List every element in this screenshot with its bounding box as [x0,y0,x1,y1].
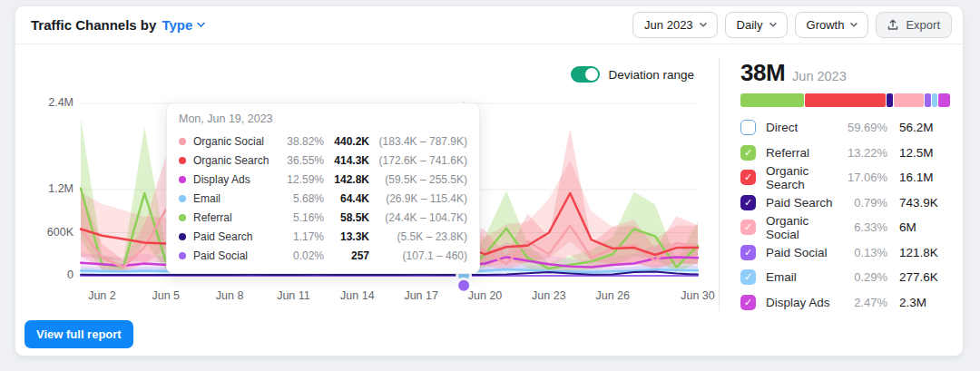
legend-row-direct[interactable]: Direct59.69%56.2M [740,115,950,141]
x-tick-label: Jun 5 [139,289,193,302]
x-tick-label: Jun 17 [394,289,448,302]
tooltip-series-pct: 5.16% [284,211,324,224]
bar-segment-referral [740,93,804,107]
legend-channel-pct: 17.06% [840,171,887,184]
x-tick-label: Jun 23 [522,289,576,302]
y-tick-label: 0 [32,268,74,281]
legend-row-email[interactable]: ✓Email0.29%277.6K [740,265,950,290]
legend-row-paid-search[interactable]: ✓Paid Search0.79%743.9K [740,190,950,216]
x-tick-label: Jun 8 [202,289,257,302]
tooltip-date: Mon, Jun 19, 2023 [179,112,467,125]
y-tick-label: 600K [32,226,74,239]
legend-channel-pct: 0.13% [840,246,887,259]
deviation-range-toggle[interactable]: Deviation range [571,66,694,83]
legend-channel-pct: 6.33% [840,220,887,234]
panel-divider [719,57,720,311]
tooltip-series-name: Display Ads [193,173,284,186]
legend-channel-name: Organic Search [766,164,840,191]
legend-row-organic-social[interactable]: ✓Organic Social6.33%6M [740,215,950,240]
legend-channel-name: Paid Social [766,246,840,259]
filter-growth[interactable]: Growth [795,12,869,38]
view-full-report-button[interactable]: View full report [24,320,133,348]
chevron-down-icon [197,19,206,28]
tooltip-series-value: 440.2K [324,135,369,148]
tooltip-series-range: (59.5K – 255.5K) [369,173,467,186]
legend-channel-pct: 13.22% [840,146,887,160]
toggle-knob [585,68,598,81]
legend-channel-value: 277.6K [899,270,950,284]
tooltip-series-pct: 38.82% [284,135,324,148]
legend-channel-pct: 59.69% [840,121,887,134]
checkbox-checked-icon[interactable]: ✓ [740,245,756,260]
checkbox-checked-icon[interactable]: ✓ [740,170,756,185]
total-value: 38M [740,59,785,87]
bar-segment-paid-search [887,93,892,107]
legend-channel-name: Display Ads [766,296,840,309]
legend-row-paid-social[interactable]: ✓Paid Social0.13%121.8K [740,240,950,266]
legend-channel-name: Direct [766,121,840,134]
filter-jun-2023[interactable]: Jun 2023 [632,12,718,38]
type-dropdown-label: Type [162,17,192,33]
legend-channel-value: 743.9K [899,196,950,210]
title-text: Traffic Channels by [31,17,156,33]
legend-channel-name: Paid Search [766,196,840,210]
bar-segment-display-ads [938,93,950,107]
tooltip-series-range: (107.1 – 460) [369,249,467,262]
filter-label: Growth [807,18,845,32]
widget-title: Traffic Channels by Type [31,17,204,33]
tooltip-series-pct: 12.59% [284,173,324,186]
tooltip-series-name: Paid Search [193,230,284,243]
legend-row-referral[interactable]: ✓Referral13.22%12.5M [740,141,950,166]
tooltip-series-name: Referral [193,211,284,224]
series-dot-icon [179,233,186,240]
export-button[interactable]: Export [876,12,952,38]
legend-channel-value: 121.8K [899,246,950,259]
legend-channel-value: 12.5M [899,146,950,160]
series-dot-icon [179,214,186,221]
bar-segment-organic-social [894,93,924,107]
tooltip-row-organic-search: Organic Search36.55%414.3K(172.6K – 741.… [179,151,467,170]
tooltip-series-range: (172.6K – 741.6K) [369,154,467,167]
tooltip-series-pct: 36.55% [284,154,324,167]
x-tick-label: Jun 14 [330,289,385,302]
tooltip-series-value: 64.4K [324,192,369,205]
tooltip-series-range: (5.5K – 23.8K) [369,230,467,243]
filter-label: Daily [737,18,763,32]
series-dot-icon [179,157,186,164]
checkbox-checked-icon[interactable]: ✓ [740,195,756,210]
checkbox-checked-icon[interactable]: ✓ [740,295,756,310]
chart-tooltip: Mon, Jun 19, 2023 Organic Social38.82%44… [166,103,480,274]
filter-daily[interactable]: Daily [725,12,788,38]
tooltip-row-display-ads: Display Ads12.59%142.8K(59.5K – 255.5K) [179,170,467,189]
x-tick-label: Jun 30 [671,289,725,302]
total-traffic: 38M Jun 2023 [740,59,950,87]
export-icon [887,19,898,31]
legend-channel-name: Email [766,270,840,284]
toggle-switch-on[interactable] [571,66,600,83]
tooltip-series-pct: 1.17% [284,230,324,243]
checkbox-checked-icon[interactable]: ✓ [740,145,756,161]
legend-row-display-ads[interactable]: ✓Display Ads2.47%2.3M [740,290,950,316]
toggle-label: Deviation range [608,68,694,82]
type-dropdown[interactable]: Type [162,17,204,33]
legend-channel-pct: 0.79% [840,196,887,210]
bar-segment-email [932,93,937,107]
tooltip-rows: Organic Social38.82%440.2K(183.4K – 787.… [179,132,467,265]
page-background: Traffic Channels by Type Jun 2023DailyGr… [0,0,980,371]
checkbox-checked-icon[interactable]: ✓ [740,269,756,285]
chevron-down-icon [850,19,858,26]
tooltip-series-name: Organic Social [193,135,284,148]
checkbox-unchecked-icon[interactable] [740,120,756,135]
legend-channel-value: 2.3M [899,296,950,309]
series-dot-icon [179,195,186,202]
y-tick-label: 1.2M [32,182,74,195]
series-dot-icon [179,252,186,259]
checkbox-checked-icon[interactable]: ✓ [740,220,756,235]
x-tick-label: Jun 2 [74,289,129,302]
tooltip-series-pct: 5.68% [284,192,324,205]
x-tick-label: Jun 26 [585,289,640,302]
traffic-channels-widget: Traffic Channels by Type Jun 2023DailyGr… [15,5,964,356]
legend-row-organic-search[interactable]: ✓Organic Search17.06%16.1M [740,165,950,190]
tooltip-row-paid-social: Paid Social0.02%257(107.1 – 460) [179,246,467,265]
tooltip-series-range: (26.9K – 115.4K) [369,192,467,205]
